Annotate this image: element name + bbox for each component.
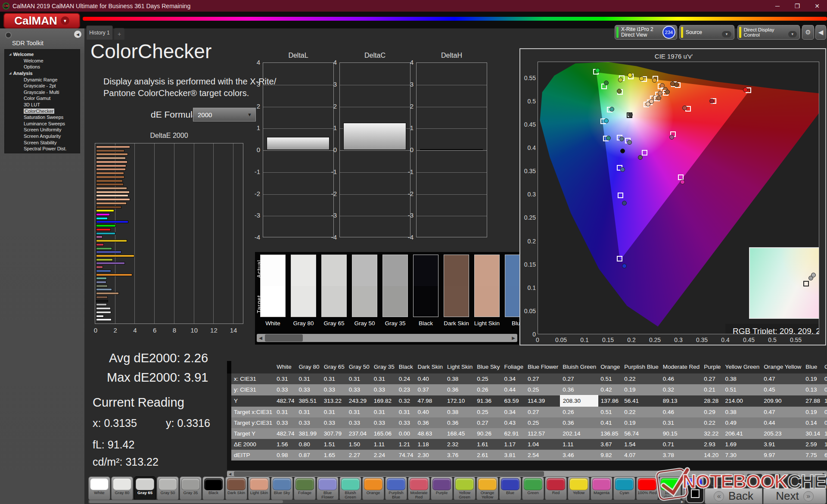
patch-red[interactable]: Red <box>545 476 567 501</box>
table-cell[interactable]: 0.47 <box>761 407 803 418</box>
table-cell[interactable]: 0.25 <box>525 417 560 428</box>
table-cell[interactable]: 0.19 <box>622 417 660 428</box>
table-cell[interactable]: 0.31 <box>371 373 396 384</box>
table-cell[interactable]: 2.93 <box>701 439 722 450</box>
table-cell[interactable]: 2.32 <box>445 439 474 450</box>
table-cell[interactable]: 0.31 <box>274 407 296 418</box>
table-cell[interactable]: 381.99 <box>296 428 321 439</box>
table-cell[interactable]: 0.41 <box>598 417 622 428</box>
scroll-right-icon[interactable]: ▶ <box>821 471 827 477</box>
sidebar-item-luminance-sweeps[interactable]: Luminance Sweeps <box>5 121 80 127</box>
table-cell[interactable]: 1.17 <box>502 439 525 450</box>
table-cell[interactable]: 0.33 <box>296 417 321 428</box>
table-cell[interactable]: 1.11 <box>560 439 598 450</box>
table-cell[interactable]: 0.33 <box>371 384 396 395</box>
table-cell[interactable]: 0.43 <box>502 417 525 428</box>
table-cell[interactable]: 48.63 <box>415 428 445 439</box>
calman-menu-button[interactable]: CalMAN ▼ <box>3 13 80 28</box>
table-cell[interactable]: 0.19 <box>622 384 660 395</box>
patch-gray-65[interactable]: Gray 65 <box>134 476 156 501</box>
table-cell[interactable]: 214.00 <box>722 395 761 407</box>
table-cell[interactable]: 7.30 <box>722 450 761 460</box>
column-header[interactable]: Foliage <box>502 361 525 373</box>
table-cell[interactable]: 0.80 <box>296 439 321 450</box>
table-cell[interactable]: 0.51 <box>722 384 761 395</box>
table-cell[interactable]: 0.32 <box>396 395 415 407</box>
table-cell[interactable]: 2.27 <box>346 450 371 460</box>
table-cell[interactable]: 0.40 <box>415 407 445 418</box>
patchrow-scrollbar[interactable]: ▶ <box>88 500 685 504</box>
table-cell[interactable]: 1.18 <box>415 439 445 450</box>
scroll-right-icon[interactable]: ▶ <box>680 500 685 504</box>
table-cell[interactable]: 0.50 <box>822 384 827 395</box>
table-cell[interactable]: 1.54 <box>622 439 660 450</box>
patch-light-skin[interactable]: Light Skin <box>248 476 270 501</box>
column-header[interactable]: Moderate Red <box>660 361 702 373</box>
column-header[interactable]: Purplish Blue <box>622 361 660 373</box>
table-cell[interactable]: 0.00 <box>396 428 415 439</box>
table-cell[interactable]: 0.27 <box>701 373 722 384</box>
table-cell[interactable]: 168.45 <box>445 428 474 439</box>
table-cell[interactable]: 0.42 <box>598 384 622 395</box>
column-header[interactable]: Orange <box>598 361 622 373</box>
column-header[interactable]: Gray 80 <box>296 361 321 373</box>
table-cell[interactable]: 0.47 <box>761 373 803 384</box>
table-cell[interactable]: 482.74 <box>274 395 296 407</box>
table-cell[interactable]: 0.33 <box>371 417 396 428</box>
table-cell[interactable]: 0.46 <box>660 373 702 384</box>
column-header[interactable]: Yellow Green <box>722 361 761 373</box>
table-cell[interactable]: 0.26 <box>474 384 501 395</box>
table-cell[interactable]: 0.27 <box>525 373 560 384</box>
table-cell[interactable]: 112.57 <box>525 428 560 439</box>
table-cell[interactable]: 209.90 <box>761 395 803 407</box>
patch-purple[interactable]: Purple <box>431 476 453 501</box>
table-cell[interactable]: 1.21 <box>396 439 415 450</box>
table-cell[interactable]: 56.74 <box>622 428 660 439</box>
patch-white[interactable]: White <box>88 476 110 501</box>
table-cell[interactable]: 202.14 <box>560 428 598 439</box>
table-cell[interactable]: 3.91 <box>761 439 803 450</box>
table-cell[interactable]: 0.31 <box>296 407 321 418</box>
table-cell[interactable]: 0.98 <box>274 450 296 460</box>
sidebar-item-analysis[interactable]: ◢Analysis <box>5 70 80 77</box>
table-cell[interactable]: 1.69 <box>722 439 761 450</box>
patch-gray-80[interactable]: Gray 80 <box>111 476 133 501</box>
table-cell[interactable]: 0.22 <box>622 373 660 384</box>
strip-scroll-thumb[interactable] <box>265 334 303 342</box>
column-header[interactable]: Blue <box>803 361 822 373</box>
table-cell[interactable]: 0.31 <box>321 407 346 418</box>
mini-toolbar-button[interactable] <box>747 474 762 486</box>
column-header[interactable]: Blue Flower <box>525 361 560 373</box>
table-cell[interactable]: 32.22 <box>701 428 722 439</box>
table-cell[interactable]: 30.14 <box>803 428 822 439</box>
table-cell[interactable]: 0.38 <box>722 373 761 384</box>
tab-history[interactable]: History 1 <box>86 25 113 40</box>
close-button[interactable]: ✕ <box>807 0 827 12</box>
table-cell[interactable]: 0.23 <box>396 384 415 395</box>
table-cell[interactable]: 0.87 <box>296 450 321 460</box>
table-cell[interactable]: 1.65 <box>321 450 346 460</box>
table-cell[interactable]: 0.31 <box>660 417 702 428</box>
table-cell[interactable]: 63.59 <box>502 395 525 407</box>
sidebar-item-colorchecker[interactable]: ColorChecker <box>5 108 80 114</box>
table-cell[interactable]: 206.41 <box>722 428 761 439</box>
table-cell[interactable]: 165.06 <box>371 428 396 439</box>
table-cell[interactable]: 0.49 <box>822 417 827 428</box>
scroll-left-icon[interactable]: ◀ <box>227 471 233 477</box>
table-cell[interactable]: 0.33 <box>321 417 346 428</box>
table-cell[interactable]: 0.27 <box>525 407 560 418</box>
column-header[interactable]: Black <box>396 361 415 373</box>
mini-toolbar-button[interactable] <box>765 474 780 486</box>
table-cell[interactable]: 0.49 <box>722 417 761 428</box>
table-cell[interactable]: 0.19 <box>803 373 822 384</box>
scroll-left-icon[interactable]: ◀ <box>257 334 264 342</box>
table-cell[interactable]: 62.91 <box>502 428 525 439</box>
table-cell[interactable]: 0.31 <box>321 373 346 384</box>
table-cell[interactable]: 0.31 <box>371 407 396 418</box>
back-button[interactable]: « Back <box>705 488 762 504</box>
table-cell[interactable]: 0.19 <box>803 407 822 418</box>
patch-moderate-red[interactable]: Moderate Red <box>408 476 430 501</box>
table-cell[interactable]: 2.30 <box>415 450 445 460</box>
table-cell[interactable]: 90.26 <box>474 428 501 439</box>
scroll-right-icon[interactable]: ▶ <box>510 334 517 342</box>
